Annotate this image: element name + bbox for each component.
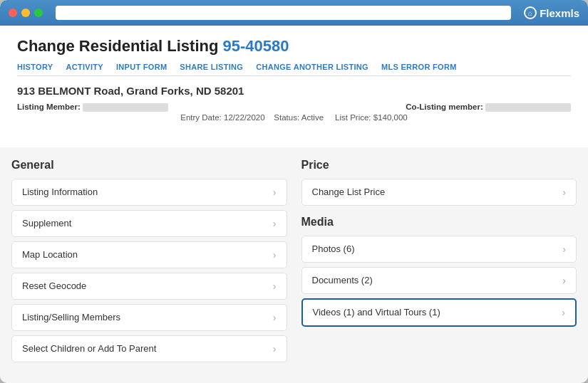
- title-prefix: Change Residential Listing: [17, 37, 222, 55]
- page-title: Change Residential Listing 95-40580: [17, 37, 571, 56]
- listing-information-item[interactable]: Listing Information ›: [11, 179, 287, 206]
- app-window: ⌂ Flexmls Change Residential Listing 95-…: [0, 0, 588, 383]
- reset-geocode-item[interactable]: Reset Geocode ›: [11, 273, 287, 300]
- general-section: General Listing Information › Supplement…: [11, 159, 287, 367]
- documents-item[interactable]: Documents (2) ›: [301, 267, 577, 294]
- co-listing-member-label: Co-Listing member:: [406, 103, 483, 111]
- supplement-label: Supplement: [22, 218, 71, 229]
- chevron-right-icon: ›: [273, 218, 277, 229]
- listing-member-label: Listing Member:: [17, 103, 81, 111]
- traffic-lights: [9, 9, 43, 17]
- price-media-section: Price Change List Price › Media Photos (…: [301, 159, 577, 367]
- nav-mls-error-form[interactable]: MLS ERROR FORM: [381, 63, 457, 71]
- co-listing-member-section: Co-Listing member:: [406, 103, 571, 112]
- address-bar[interactable]: [56, 6, 511, 20]
- chevron-right-icon: ›: [562, 187, 566, 198]
- member-info-row: Listing Member: Co-Listing member:: [17, 103, 571, 112]
- brand-icon: ⌂: [524, 6, 537, 19]
- page-content: Change Residential Listing 95-40580 HIST…: [0, 26, 588, 147]
- list-price-label: List Price:: [335, 113, 371, 122]
- chevron-right-icon: ›: [273, 249, 277, 261]
- videos-virtual-tours-item[interactable]: Videos (1) and Virtual Tours (1) ›: [301, 298, 577, 327]
- map-location-label: Map Location: [22, 249, 78, 260]
- brand-logo: ⌂ Flexmls: [524, 6, 579, 19]
- change-list-price-label: Change List Price: [312, 187, 386, 197]
- nav-history[interactable]: HISTORY: [17, 63, 53, 71]
- entry-info-row: Entry Date: 12/22/2020 Status: Active Li…: [17, 113, 571, 122]
- listing-address: 913 BELMONT Road, Grand Forks, ND 58201: [17, 85, 571, 97]
- reset-geocode-label: Reset Geocode: [22, 280, 86, 291]
- maximize-button[interactable]: [34, 9, 43, 17]
- chevron-right-icon: ›: [562, 307, 565, 318]
- nav-input-form[interactable]: INPUT FORM: [116, 63, 167, 71]
- photos-item[interactable]: Photos (6) ›: [301, 236, 577, 263]
- brand-name: Flexmls: [540, 7, 579, 19]
- entry-date-value: 12/22/2020: [224, 113, 265, 122]
- status-value: Active: [301, 113, 324, 122]
- media-title: Media: [301, 216, 577, 229]
- chevron-right-icon: ›: [562, 243, 566, 255]
- select-children-label: Select Children or Add To Parent: [22, 343, 156, 354]
- listing-member-section: Listing Member:: [17, 103, 168, 112]
- listing-member-value: [83, 103, 168, 112]
- videos-virtual-tours-label: Videos (1) and Virtual Tours (1): [313, 307, 440, 318]
- co-listing-member-value: [485, 103, 571, 112]
- nav-activity[interactable]: ACTIVITY: [66, 63, 103, 71]
- listing-selling-members-item[interactable]: Listing/Selling Members ›: [11, 304, 287, 331]
- nav-share-listing[interactable]: SHARE LISTING: [180, 63, 243, 71]
- close-button[interactable]: [9, 9, 17, 17]
- chevron-right-icon: ›: [273, 187, 277, 198]
- select-children-item[interactable]: Select Children or Add To Parent ›: [11, 335, 287, 362]
- nav-change-another-listing[interactable]: CHANGE ANOTHER LISTING: [256, 63, 368, 71]
- price-title: Price: [301, 159, 577, 172]
- photos-label: Photos (6): [312, 243, 355, 254]
- nav-bar: HISTORY ACTIVITY INPUT FORM SHARE LISTIN…: [17, 63, 571, 76]
- change-list-price-item[interactable]: Change List Price ›: [301, 179, 577, 206]
- status-label: Status:: [274, 113, 299, 122]
- supplement-item[interactable]: Supplement ›: [11, 210, 287, 237]
- listing-selling-members-label: Listing/Selling Members: [22, 312, 120, 322]
- chevron-right-icon: ›: [273, 280, 277, 292]
- general-title: General: [11, 159, 287, 172]
- chevron-right-icon: ›: [273, 343, 277, 355]
- list-price-value: $140,000: [373, 113, 408, 122]
- listing-id-link[interactable]: 95-40580: [222, 37, 289, 55]
- documents-label: Documents (2): [312, 275, 373, 285]
- map-location-item[interactable]: Map Location ›: [11, 241, 287, 268]
- entry-date-label: Entry Date:: [180, 113, 222, 122]
- titlebar: ⌂ Flexmls: [0, 0, 588, 26]
- listing-information-label: Listing Information: [22, 187, 98, 197]
- chevron-right-icon: ›: [273, 312, 277, 323]
- main-sections: General Listing Information › Supplement…: [0, 147, 588, 378]
- chevron-right-icon: ›: [562, 275, 566, 286]
- minimize-button[interactable]: [21, 9, 30, 17]
